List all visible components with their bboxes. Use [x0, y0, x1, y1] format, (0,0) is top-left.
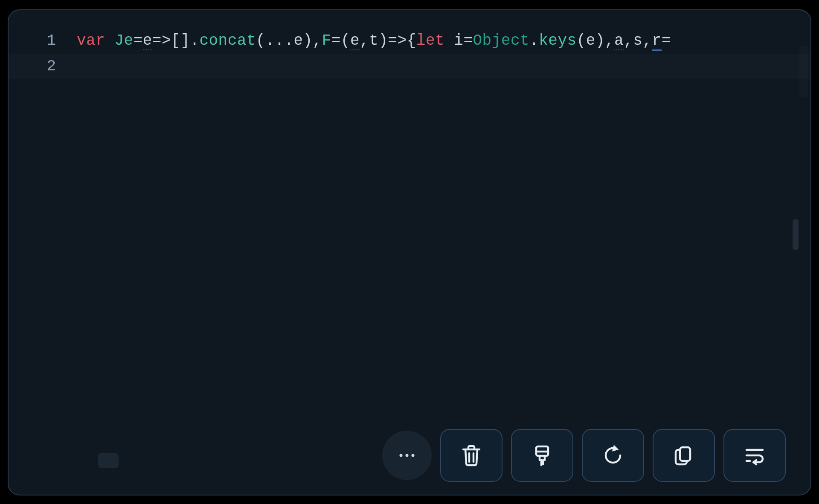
punct: ,: [360, 32, 369, 49]
code-editor-frame: 1 var Je=e=>[].concat(...e),F=(e,t)=>{le…: [8, 9, 811, 495]
more-button[interactable]: [382, 431, 432, 480]
whitespace: [105, 32, 114, 49]
minimap-track[interactable]: [799, 46, 808, 97]
param-hint: e: [143, 32, 152, 50]
line-number: 1: [9, 28, 77, 54]
line-number: 2: [9, 54, 77, 79]
identifier: t: [369, 32, 378, 49]
keyword-let: let: [416, 32, 444, 49]
identifier: i: [454, 32, 463, 49]
punct: =: [134, 32, 143, 49]
method: keys: [539, 32, 576, 49]
code-content[interactable]: var Je=e=>[].concat(...e),F=(e,t)=>{let …: [77, 28, 810, 54]
identifier: F: [322, 32, 331, 49]
undo-icon: [601, 443, 625, 468]
punct: )=>{: [378, 32, 416, 49]
copy-button[interactable]: [653, 429, 715, 482]
floating-toolbar: [382, 429, 786, 482]
copy-icon: [671, 443, 696, 468]
wrap-button[interactable]: [723, 429, 786, 482]
punct: ,: [642, 32, 652, 49]
punct: =: [463, 32, 473, 49]
method: concat: [199, 32, 256, 49]
scroll-thumb[interactable]: [793, 219, 799, 250]
undo-button[interactable]: [582, 429, 644, 482]
keyword-var: var: [77, 32, 105, 49]
identifier: Je: [114, 32, 133, 49]
delete-button[interactable]: [440, 429, 502, 482]
var-diagnostic: r: [652, 32, 662, 51]
identifier: s: [633, 32, 642, 49]
identifier: e: [586, 32, 595, 49]
punct: (...: [256, 32, 293, 49]
param-hint: e: [350, 32, 360, 50]
var-hint: a: [614, 32, 624, 50]
trash-icon: [459, 443, 484, 468]
identifier: e: [293, 32, 303, 49]
word-wrap-icon: [742, 443, 767, 468]
whitespace: [444, 32, 454, 49]
punct: ),: [303, 32, 322, 49]
code-line: 2: [9, 54, 810, 79]
class-name: Object: [473, 32, 529, 49]
svg-rect-4: [680, 447, 690, 461]
punct: =>[].: [152, 32, 200, 49]
code-editor[interactable]: 1 var Je=e=>[].concat(...e),F=(e,t)=>{le…: [9, 28, 810, 495]
more-icon: [395, 444, 418, 467]
svg-point-0: [400, 454, 403, 457]
punct: =: [662, 32, 671, 49]
punct: ,: [624, 32, 633, 49]
punct: =(: [331, 32, 350, 49]
punct: ),: [595, 32, 614, 49]
svg-point-2: [412, 454, 415, 457]
code-line: 1 var Je=e=>[].concat(...e),F=(e,t)=>{le…: [9, 28, 810, 54]
punct: .: [529, 32, 539, 49]
punct: (: [577, 32, 586, 49]
status-pill: [98, 453, 119, 468]
paintbrush-icon: [530, 443, 555, 468]
svg-point-1: [406, 454, 409, 457]
format-button[interactable]: [511, 429, 573, 482]
